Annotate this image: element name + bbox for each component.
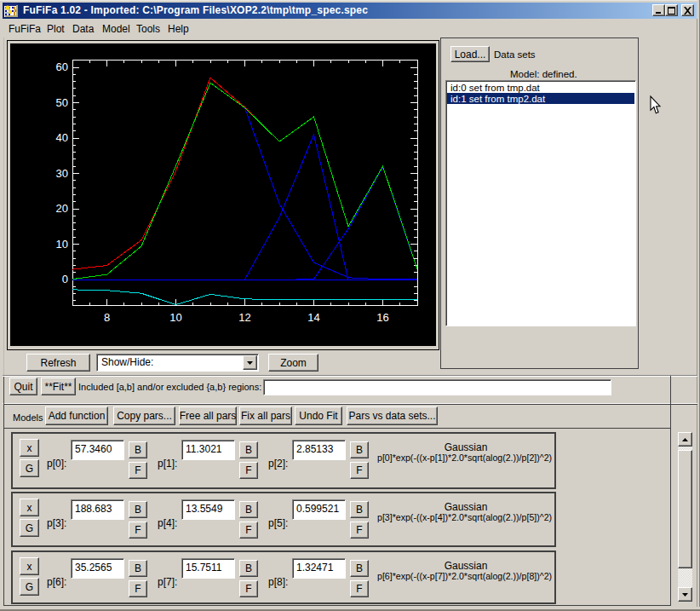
svg-text:60: 60 — [56, 61, 68, 73]
svg-text:8: 8 — [104, 311, 110, 324]
svg-text:20: 20 — [56, 202, 68, 215]
svg-text:10: 10 — [169, 311, 181, 324]
svg-text:14: 14 — [307, 311, 319, 324]
svg-text:30: 30 — [56, 167, 68, 180]
svg-text:12: 12 — [238, 311, 250, 324]
svg-text:10: 10 — [56, 238, 68, 251]
svg-text:0: 0 — [62, 273, 68, 285]
svg-text:40: 40 — [56, 131, 68, 144]
svg-text:50: 50 — [56, 96, 68, 109]
svg-text:16: 16 — [376, 311, 388, 324]
